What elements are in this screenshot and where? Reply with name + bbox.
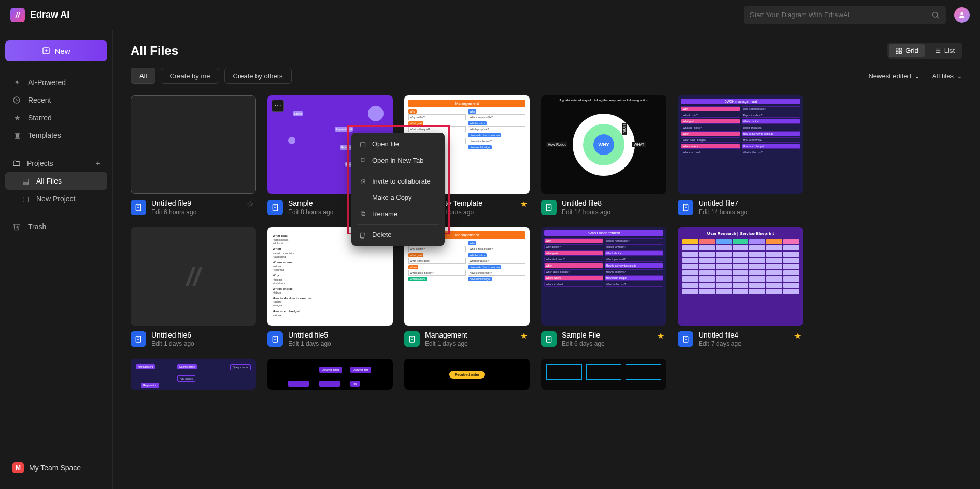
- file-icon: ▢: [21, 194, 30, 203]
- star-icon[interactable]: ★: [520, 199, 528, 209]
- search-icon[interactable]: [931, 11, 940, 19]
- star-icon: ★: [12, 114, 22, 122]
- doc-type-icon: [541, 331, 557, 347]
- grid-icon: [895, 47, 902, 54]
- file-card[interactable]: management Course name Add course Query …: [131, 359, 256, 390]
- team-badge: M: [12, 462, 24, 473]
- rename-icon: ⧉: [359, 209, 367, 218]
- svg-point-0: [933, 12, 938, 17]
- nav-ai-powered[interactable]: ✦ AI-Powered: [5, 74, 107, 91]
- ctx-delete[interactable]: Delete: [351, 227, 445, 243]
- nav-recent[interactable]: Recent: [5, 91, 107, 109]
- chevron-down-icon: ⌄: [957, 72, 962, 80]
- more-button[interactable]: ⋯: [272, 100, 284, 112]
- ctx-rename[interactable]: ⧉ Rename: [351, 205, 445, 222]
- add-project-icon[interactable]: +: [96, 159, 100, 167]
- file-subtitle: Edit 6 hours ago: [151, 208, 256, 216]
- search-box[interactable]: [744, 6, 946, 24]
- thumbnail[interactable]: 6W2H management WhyWho is responsible? W…: [678, 95, 803, 194]
- file-title: Untitled file7: [699, 199, 803, 207]
- ctx-make-copy[interactable]: Make a Copy: [351, 189, 445, 205]
- doc-type-icon: [678, 200, 693, 215]
- file-card[interactable]: A goal-centered way of thinking that emp…: [541, 95, 666, 216]
- svg-line-1: [937, 17, 939, 18]
- star-icon[interactable]: ★: [657, 331, 664, 341]
- file-card[interactable]: 6W2H management WhyWho is responsible? W…: [678, 95, 803, 216]
- thumbnail[interactable]: 6W2H management WhyWho is responsible? W…: [541, 227, 666, 326]
- clock-icon: [12, 96, 22, 104]
- star-icon[interactable]: ☆: [247, 199, 254, 209]
- file-subtitle: Edit 1 days ago: [425, 340, 530, 347]
- file-title: Untitled file8: [562, 199, 666, 207]
- nav-templates[interactable]: ▣ Templates: [5, 127, 107, 144]
- file-card[interactable]: Discover coffee Discover cafe Info: [267, 359, 393, 390]
- filter-create-by-me[interactable]: Create by me: [161, 68, 219, 84]
- delete-icon: [359, 231, 367, 239]
- team-space[interactable]: M My Team Space: [5, 457, 107, 479]
- nav-new-project[interactable]: ▢ New Project: [5, 190, 107, 207]
- context-menu: ▢ Open file ⧉ Open in New Tab ⎘ Invite t…: [351, 133, 445, 246]
- file-subtitle: Edit 14 hours ago: [699, 208, 803, 216]
- thumbnail[interactable]: Received order: [404, 359, 530, 390]
- svg-point-2: [960, 12, 963, 15]
- file-card[interactable]: Received order: [404, 359, 530, 390]
- filter-create-by-others[interactable]: Create by others: [224, 68, 292, 84]
- file-subtitle: Edit 6 days ago: [562, 340, 666, 347]
- thumbnail[interactable]: [131, 95, 256, 194]
- file-card[interactable]: [541, 359, 666, 390]
- logo[interactable]: // Edraw AI: [10, 8, 69, 22]
- avatar[interactable]: [954, 7, 970, 23]
- nav-trash[interactable]: Trash: [5, 218, 107, 235]
- new-button[interactable]: New: [5, 40, 107, 61]
- search-input[interactable]: [750, 11, 931, 19]
- star-icon[interactable]: ★: [794, 331, 801, 341]
- open-icon: ▢: [359, 140, 367, 148]
- doc-type-icon: [131, 331, 146, 347]
- file-subtitle: Edit 1 days ago: [151, 340, 256, 347]
- thumbnail[interactable]: //: [131, 227, 256, 326]
- file-card[interactable]: 6W2H management WhyWho is responsible? W…: [541, 227, 666, 347]
- layout-icon: ▣: [12, 131, 22, 139]
- doc-type-icon: [131, 200, 146, 215]
- placeholder-icon: //: [187, 262, 201, 291]
- thumbnail[interactable]: Discover coffee Discover cafe Info: [267, 359, 393, 390]
- thumbnail[interactable]: A goal-centered way of thinking that emp…: [541, 95, 666, 194]
- sort-newest[interactable]: Newest edited ⌄: [868, 72, 919, 80]
- filter-all[interactable]: All: [131, 68, 155, 84]
- thumbnail[interactable]: [541, 359, 666, 390]
- doc-type-icon: [541, 200, 557, 215]
- nav-projects[interactable]: Projects +: [5, 155, 107, 172]
- ctx-invite[interactable]: ⎘ Invite to collaborate: [351, 173, 445, 189]
- thumbnail[interactable]: User Research | Service Blueprint: [678, 227, 803, 326]
- invite-icon: ⎘: [359, 177, 367, 185]
- logo-icon: //: [10, 8, 25, 22]
- view-list-button[interactable]: List: [928, 44, 961, 57]
- new-tab-icon: ⧉: [359, 156, 367, 164]
- ctx-open-file[interactable]: ▢ Open file: [351, 136, 445, 152]
- ctx-open-new-tab[interactable]: ⧉ Open in New Tab: [351, 152, 445, 169]
- file-card[interactable]: User Research | Service Blueprint Untitl…: [678, 227, 803, 347]
- nav-all-files[interactable]: ▤ All Files: [5, 172, 107, 190]
- page-title: All Files: [131, 44, 178, 58]
- doc-type-icon: [404, 331, 420, 347]
- svg-rect-7: [896, 48, 898, 50]
- svg-rect-8: [899, 48, 901, 50]
- trash-icon: [12, 222, 22, 231]
- list-icon: [934, 47, 941, 54]
- sort-allfiles[interactable]: All files ⌄: [932, 72, 962, 80]
- view-grid-button[interactable]: Grid: [889, 44, 925, 57]
- svg-rect-9: [896, 51, 898, 53]
- file-title: Untitled file5: [288, 331, 393, 339]
- file-title: Sample File: [562, 331, 666, 339]
- file-subtitle: Edit 14 hours ago: [562, 208, 666, 216]
- view-toggle: Grid List: [887, 43, 962, 59]
- star-icon[interactable]: ★: [520, 331, 528, 341]
- thumbnail[interactable]: management Course name Add course Query …: [131, 359, 256, 390]
- file-card[interactable]: Untitled file9 Edit 6 hours ago ☆: [131, 95, 256, 216]
- file-card[interactable]: // Untitled file6 Edit 1 days ago: [131, 227, 256, 347]
- file-title: Untitled file6: [151, 331, 256, 339]
- file-subtitle: Edit 7 days ago: [699, 340, 803, 347]
- file-title: Untitled file4: [699, 331, 803, 339]
- files-icon: ▤: [21, 177, 30, 185]
- nav-starred[interactable]: ★ Starred: [5, 109, 107, 127]
